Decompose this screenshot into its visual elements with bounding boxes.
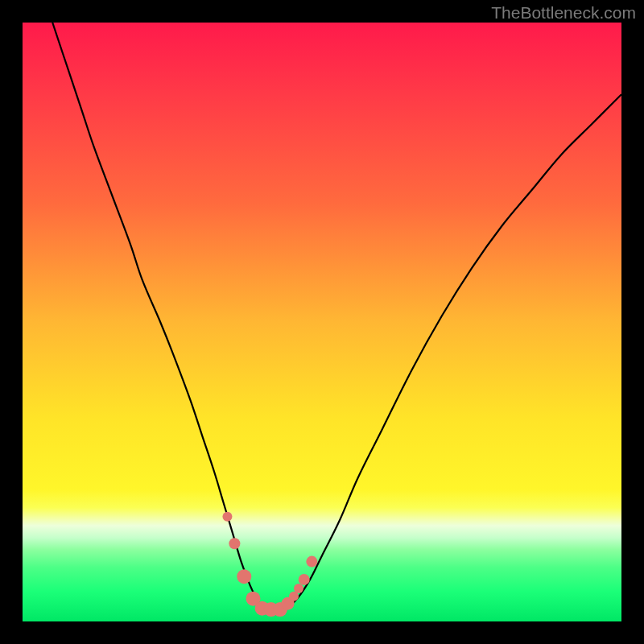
highlight-marker bbox=[222, 512, 232, 522]
highlight-marker bbox=[229, 538, 240, 549]
plot-area bbox=[23, 23, 621, 621]
gradient-background bbox=[23, 23, 621, 621]
chart-svg bbox=[23, 23, 621, 621]
outer-frame: TheBottleneck.com bbox=[0, 0, 644, 644]
highlight-marker bbox=[299, 574, 310, 585]
highlight-marker bbox=[294, 584, 303, 593]
highlight-marker bbox=[237, 569, 251, 584]
highlight-marker bbox=[306, 556, 317, 568]
watermark-text: TheBottleneck.com bbox=[491, 3, 636, 23]
